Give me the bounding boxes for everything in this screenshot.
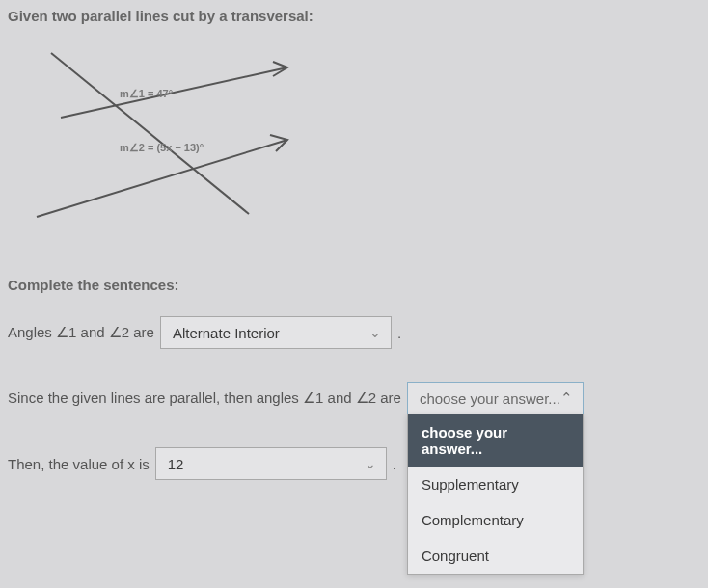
select-2-value: choose your answer... — [420, 390, 560, 407]
svg-line-0 — [61, 67, 287, 118]
geometry-diagram: m∠1 = 47° m∠2 = (5x − 13)° — [27, 36, 365, 257]
period-3: . — [393, 456, 396, 472]
sentence-1-text: Angles ∠1 and ∠2 are — [8, 324, 154, 341]
sentence-1: Angles ∠1 and ∠2 are Alternate Interior … — [8, 316, 708, 349]
chevron-up-icon: ⌃ — [560, 389, 573, 407]
period-1: . — [397, 325, 401, 341]
x-value-select[interactable]: 12 ⌄ — [155, 447, 387, 480]
complete-prompt: Complete the sentences: — [8, 277, 708, 293]
angle-1-label: m∠1 = 47° — [120, 88, 173, 100]
chevron-down-icon: ⌄ — [365, 456, 376, 471]
dropdown-option-placeholder[interactable]: choose your answer... — [408, 414, 583, 467]
sentence-2: Since the given lines are parallel, then… — [8, 382, 708, 414]
angle-property-select[interactable]: choose your answer... ⌃ — [407, 382, 584, 414]
angle-relationship-select[interactable]: Alternate Interior ⌄ — [160, 316, 392, 349]
select-3-value: 12 — [168, 456, 184, 472]
svg-line-2 — [51, 53, 249, 214]
select-1-value: Alternate Interior — [173, 325, 280, 341]
sentence-3: Then, the value of x is 12 ⌄ . — [8, 447, 708, 480]
angle-property-dropdown: choose your answer... Supplementary Comp… — [407, 414, 584, 575]
sentence-3-text: Then, the value of x is — [8, 456, 150, 472]
dropdown-option-congruent[interactable]: Congruent — [408, 538, 583, 574]
dropdown-option-supplementary[interactable]: Supplementary — [408, 467, 583, 502]
angle-2-label: m∠2 = (5x − 13)° — [120, 142, 204, 154]
intro-text: Given two parallel lines cut by a transv… — [8, 8, 708, 24]
sentence-2-text: Since the given lines are parallel, then… — [8, 389, 401, 407]
dropdown-option-complementary[interactable]: Complementary — [408, 502, 583, 538]
chevron-down-icon: ⌄ — [369, 325, 381, 340]
